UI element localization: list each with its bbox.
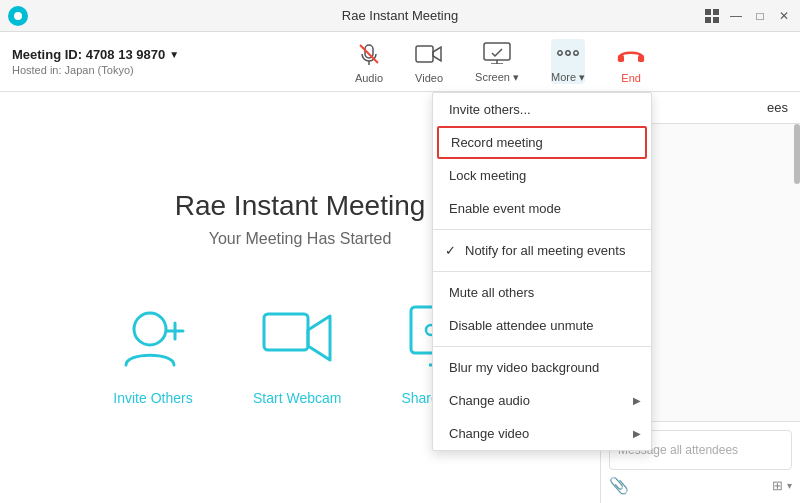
change-audio-item[interactable]: Change audio: [433, 384, 651, 417]
action-icons: Invite Others Start Webcam: [113, 298, 487, 406]
svg-rect-13: [618, 54, 624, 61]
message-toolbar: 📎 ⊞ ▾: [609, 476, 792, 495]
svg-point-15: [134, 313, 166, 345]
dropdown-arrow[interactable]: ▼: [169, 49, 179, 60]
webcam-label: Start Webcam: [253, 390, 341, 406]
webcam-button[interactable]: Start Webcam: [253, 298, 341, 406]
separator-2: [433, 271, 651, 272]
meeting-info: Meeting ID: 4708 13 9870 ▼ Hosted in: Ja…: [12, 47, 212, 76]
more-button[interactable]: More ▾: [551, 39, 585, 84]
svg-rect-2: [705, 17, 711, 23]
end-button[interactable]: End: [617, 40, 645, 84]
screen-button[interactable]: Screen ▾: [475, 39, 519, 84]
svg-point-11: [566, 51, 570, 55]
video-label: Video: [415, 72, 443, 84]
svg-rect-6: [416, 46, 433, 62]
svg-rect-0: [705, 9, 711, 15]
invite-label: Invite Others: [113, 390, 192, 406]
app-logo: [8, 6, 28, 26]
mute-all-item[interactable]: Mute all others: [433, 276, 651, 309]
lock-meeting-item[interactable]: Lock meeting: [433, 159, 651, 192]
toolbar-actions: Audio Video Screen ▾: [212, 39, 788, 84]
more-dropdown-menu: Invite others... Record meeting Lock mee…: [432, 92, 652, 451]
svg-point-10: [558, 51, 562, 55]
title-bar: Rae Instant Meeting — □ ✕: [0, 0, 800, 32]
window-controls: — □ ✕: [704, 8, 792, 24]
video-icon: [415, 40, 443, 68]
svg-rect-14: [638, 54, 644, 61]
grid-icon[interactable]: [704, 8, 720, 24]
blur-background-item[interactable]: Blur my video background: [433, 351, 651, 384]
invite-others-button[interactable]: Invite Others: [113, 298, 193, 406]
separator-1: [433, 229, 651, 230]
toolbar: Meeting ID: 4708 13 9870 ▼ Hosted in: Ja…: [0, 32, 800, 92]
svg-rect-7: [484, 43, 510, 60]
svg-rect-1: [713, 9, 719, 15]
audio-button[interactable]: Audio: [355, 40, 383, 84]
more-icon: [554, 39, 582, 67]
screen-label: Screen ▾: [475, 71, 519, 84]
svg-rect-18: [264, 314, 308, 350]
end-icon: [617, 40, 645, 68]
more-label: More ▾: [551, 71, 585, 84]
change-video-item[interactable]: Change video: [433, 417, 651, 450]
checkmark-icon: ✓: [445, 243, 456, 258]
webcam-icon: [257, 298, 337, 378]
minimize-icon[interactable]: —: [728, 8, 744, 24]
audio-label: Audio: [355, 72, 383, 84]
notify-events-item[interactable]: ✓ Notify for all meeting events: [433, 234, 651, 267]
enable-event-mode-item[interactable]: Enable event mode: [433, 192, 651, 225]
end-label: End: [621, 72, 641, 84]
svg-rect-3: [713, 17, 719, 23]
disable-unmute-item[interactable]: Disable attendee unmute: [433, 309, 651, 342]
invite-others-item[interactable]: Invite others...: [433, 93, 651, 126]
audio-icon: [355, 40, 383, 68]
hosted-in: Hosted in: Japan (Tokyo): [12, 64, 212, 76]
screen-icon: [483, 39, 511, 67]
send-options-icon[interactable]: ⊞: [772, 478, 783, 493]
close-icon[interactable]: ✕: [776, 8, 792, 24]
meeting-subtitle: Your Meeting Has Started: [209, 230, 392, 248]
invite-icon: [113, 298, 193, 378]
window-title: Rae Instant Meeting: [342, 8, 458, 23]
send-dropdown[interactable]: ▾: [787, 480, 792, 491]
maximize-icon[interactable]: □: [752, 8, 768, 24]
svg-point-12: [574, 51, 578, 55]
separator-3: [433, 346, 651, 347]
meeting-title: Rae Instant Meeting: [175, 190, 426, 222]
meeting-id: Meeting ID: 4708 13 9870 ▼: [12, 47, 212, 62]
video-button[interactable]: Video: [415, 40, 443, 84]
main-area: Rae Instant Meeting Your Meeting Has Sta…: [0, 92, 800, 503]
attachment-icon[interactable]: 📎: [609, 476, 629, 495]
record-meeting-item[interactable]: Record meeting: [437, 126, 647, 159]
